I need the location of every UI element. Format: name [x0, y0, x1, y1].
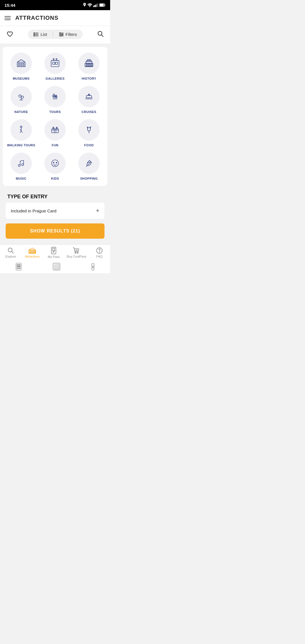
- category-label-walking-tours: WALKING TOURS: [7, 143, 35, 147]
- category-item-kids[interactable]: KIDS: [40, 153, 71, 180]
- category-circle-food: [78, 119, 100, 141]
- category-label-fun: FUN: [52, 143, 58, 147]
- svg-rect-82: [35, 251, 35, 253]
- search-button[interactable]: [95, 29, 106, 40]
- status-bar: 15:44: [0, 0, 110, 10]
- nav-label-attractions: Attractions: [25, 255, 40, 258]
- category-item-music[interactable]: MUSIC: [6, 153, 37, 180]
- wifi-icon: [88, 3, 92, 7]
- svg-rect-38: [88, 60, 90, 60]
- page-title: ATTRACTIONS: [15, 15, 58, 21]
- svg-line-55: [21, 130, 22, 133]
- category-item-museums[interactable]: MUSEUMS: [6, 53, 37, 80]
- category-item-galleries[interactable]: GALLERIES: [40, 53, 71, 80]
- explore-nav-icon: [7, 247, 14, 254]
- svg-point-18: [62, 34, 63, 35]
- cruises-icon: [84, 92, 94, 102]
- nav-item-attractions[interactable]: Attractions: [24, 247, 41, 258]
- galleries-icon: [50, 58, 60, 68]
- category-item-tours[interactable]: TOURS: [40, 86, 71, 114]
- nav-item-explore[interactable]: Explore: [2, 247, 19, 258]
- svg-line-73: [88, 163, 90, 165]
- shopping-icon: [84, 158, 94, 168]
- category-label-shopping: SHOPPING: [80, 177, 98, 180]
- favorites-button[interactable]: [5, 29, 15, 40]
- status-icons: [83, 3, 106, 7]
- nav-label-mypass: My Pass: [48, 255, 60, 258]
- hamburger-menu-icon[interactable]: [5, 16, 11, 20]
- svg-rect-33: [53, 62, 55, 64]
- history-icon: [84, 58, 94, 68]
- nature-icon: [16, 92, 26, 102]
- nav-label-faq: FAQ: [96, 255, 103, 258]
- svg-point-71: [56, 162, 57, 163]
- svg-rect-43: [91, 64, 92, 66]
- category-circle-kids: [44, 153, 66, 174]
- nav-item-mypass[interactable]: My Pass: [45, 247, 62, 258]
- svg-rect-3: [97, 4, 97, 7]
- category-label-food: FOOD: [84, 143, 94, 147]
- svg-rect-34: [55, 62, 58, 64]
- category-item-fun[interactable]: FUN: [40, 119, 71, 147]
- svg-point-13: [34, 35, 34, 36]
- svg-rect-27: [51, 60, 59, 67]
- category-circle-history: [78, 53, 100, 74]
- bottom-nav: Explore Attractions My Pass: [0, 244, 110, 260]
- category-circle-nature: [10, 86, 32, 107]
- category-label-music: MUSIC: [16, 177, 27, 180]
- show-results-button[interactable]: SHOW RESULTS (21): [6, 223, 104, 239]
- type-of-entry-section: TYPE OF ENTRY Included in Prague Card +: [3, 190, 107, 219]
- list-filters-pill: List Filters: [28, 30, 82, 39]
- signal-icon: [93, 3, 98, 7]
- toolbar: List Filters: [0, 26, 110, 44]
- list-button[interactable]: List: [28, 30, 53, 39]
- svg-rect-40: [86, 64, 87, 66]
- android-nav: ☰ ⬜ ‹: [0, 260, 110, 273]
- svg-point-64: [18, 165, 20, 167]
- category-circle-museums: [10, 53, 32, 74]
- heart-icon: [6, 31, 14, 37]
- museum-icon: [16, 58, 26, 68]
- entry-card[interactable]: Included in Prague Card +: [6, 203, 104, 219]
- svg-rect-41: [88, 64, 89, 66]
- android-back-button[interactable]: ‹: [91, 263, 94, 270]
- svg-point-17: [60, 32, 61, 34]
- category-item-cruises[interactable]: CRUISES: [73, 86, 104, 114]
- category-circle-walking-tours: [10, 119, 32, 141]
- svg-rect-84: [53, 248, 55, 251]
- status-time: 15:44: [5, 3, 15, 8]
- category-item-history[interactable]: HISTORY: [73, 53, 104, 80]
- header: ATTRACTIONS: [0, 10, 110, 26]
- kids-icon: [50, 158, 60, 168]
- category-circle-tours: [44, 86, 66, 107]
- fun-icon: [50, 125, 60, 135]
- svg-rect-80: [31, 251, 32, 253]
- svg-point-11: [34, 32, 34, 33]
- nav-item-buycoolpass[interactable]: Buy CoolPass: [67, 247, 86, 258]
- category-item-nature[interactable]: NATURE: [6, 86, 37, 114]
- filters-button[interactable]: Filters: [53, 30, 83, 39]
- category-item-food[interactable]: FOOD: [73, 119, 104, 147]
- category-label-cruises: CRUISES: [82, 110, 96, 114]
- category-item-walking-tours[interactable]: WALKING TOURS: [6, 119, 37, 147]
- category-circle-music: [10, 153, 32, 174]
- svg-rect-0: [93, 6, 94, 7]
- android-menu-button[interactable]: ☰: [16, 263, 21, 270]
- nav-item-faq[interactable]: FAQ: [91, 247, 108, 258]
- category-item-shopping[interactable]: SHOPPING: [73, 153, 104, 180]
- svg-point-74: [86, 166, 87, 166]
- android-home-button[interactable]: ⬜: [53, 263, 60, 270]
- svg-rect-36: [86, 62, 92, 63]
- svg-point-46: [53, 95, 55, 97]
- svg-rect-6: [105, 5, 105, 6]
- svg-point-70: [53, 162, 54, 163]
- plus-icon: +: [96, 207, 99, 214]
- svg-rect-7: [100, 4, 104, 6]
- svg-point-47: [56, 96, 57, 97]
- category-label-history: HISTORY: [82, 77, 96, 80]
- svg-rect-81: [33, 251, 34, 253]
- category-card: MUSEUMS GALLERIES: [3, 47, 107, 186]
- nav-label-explore: Explore: [5, 255, 16, 258]
- category-grid: MUSEUMS GALLERIES: [6, 53, 104, 180]
- search-icon: [97, 31, 104, 37]
